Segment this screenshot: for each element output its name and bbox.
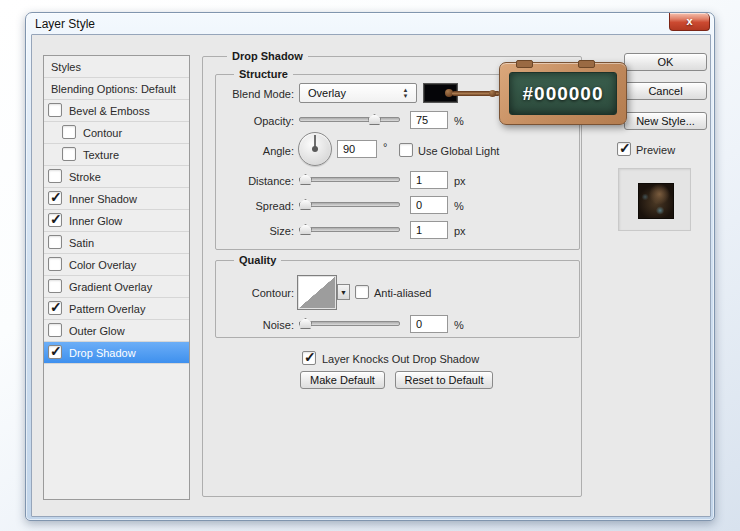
check-icon: ✓	[50, 343, 62, 359]
spread-input[interactable]	[410, 196, 448, 214]
check-icon: ✓	[50, 299, 62, 315]
color-callout-tooltip: #000000	[499, 62, 627, 125]
angle-dial[interactable]	[298, 132, 332, 166]
layer-style-dialog: Layer Style x Styles Blending Options: D…	[25, 12, 715, 521]
sidebar-item-bevel-emboss[interactable]: Bevel & Emboss	[44, 100, 189, 122]
blend-mode-select[interactable]: Overlay ▲▼	[299, 83, 417, 103]
tooltip-board: #000000	[509, 72, 617, 115]
size-unit: px	[454, 225, 466, 237]
structure-legend: Structure	[234, 68, 293, 80]
sidebar-item-gradient-overlay[interactable]: Gradient Overlay	[44, 276, 189, 298]
color-overlay-checkbox[interactable]	[48, 257, 62, 271]
angle-label: Angle:	[215, 145, 294, 157]
stepper-arrows-icon: ▲▼	[401, 87, 410, 99]
check-icon: ✓	[619, 140, 631, 156]
preview-checkbox[interactable]: ✓	[617, 142, 631, 156]
outer-glow-checkbox[interactable]	[48, 323, 62, 337]
sidebar-item-inner-shadow[interactable]: ✓Inner Shadow	[44, 188, 189, 210]
hex-color-value: #000000	[523, 83, 604, 105]
gradient-overlay-checkbox[interactable]	[48, 279, 62, 293]
satin-checkbox[interactable]	[48, 235, 62, 249]
sidebar-item-inner-glow[interactable]: ✓Inner Glow	[44, 210, 189, 232]
contour-picker[interactable]	[297, 275, 337, 310]
anti-aliased-checkbox[interactable]	[355, 285, 369, 299]
distance-input[interactable]	[410, 171, 448, 189]
pattern-overlay-checkbox[interactable]: ✓	[48, 301, 62, 315]
preview-thumbnail-image	[638, 183, 674, 219]
sidebar-item-pattern-overlay[interactable]: ✓Pattern Overlay	[44, 298, 189, 320]
titlebar[interactable]: Layer Style x	[26, 13, 714, 34]
noise-input[interactable]	[410, 315, 448, 333]
layer-knockout-label: Layer Knocks Out Drop Shadow	[322, 353, 479, 365]
make-default-button[interactable]: Make Default	[300, 371, 385, 389]
drop-shadow-checkbox[interactable]: ✓	[48, 345, 62, 359]
preview-label: Preview	[636, 144, 675, 156]
blend-mode-label: Blend Mode:	[215, 88, 294, 100]
check-icon: ✓	[50, 189, 62, 205]
layer-knockout-checkbox[interactable]: ✓	[302, 351, 316, 365]
distance-slider[interactable]	[299, 177, 400, 182]
sidebar-item-contour[interactable]: Contour	[44, 122, 189, 144]
opacity-slider[interactable]	[299, 117, 400, 122]
window-title: Layer Style	[35, 17, 95, 31]
distance-unit: px	[454, 175, 466, 187]
size-slider[interactable]	[299, 227, 400, 232]
angle-input[interactable]	[337, 140, 377, 158]
contour-label: Contour:	[215, 287, 294, 299]
inner-glow-checkbox[interactable]: ✓	[48, 213, 62, 227]
inner-shadow-checkbox[interactable]: ✓	[48, 191, 62, 205]
sidebar-item-texture[interactable]: Texture	[44, 144, 189, 166]
angle-hub	[312, 146, 318, 152]
opacity-label: Opacity:	[215, 115, 294, 127]
sidebar-item-outer-glow[interactable]: Outer Glow	[44, 320, 189, 342]
preview-thumbnail-frame	[618, 168, 691, 231]
spread-label: Spread:	[215, 200, 294, 212]
contour-checkbox[interactable]	[62, 125, 76, 139]
sidebar-item-stroke[interactable]: Stroke	[44, 166, 189, 188]
sidebar-item-blending-options[interactable]: Blending Options: Default	[44, 78, 189, 100]
size-label: Size:	[215, 225, 294, 237]
cancel-button[interactable]: Cancel	[624, 82, 707, 100]
reset-to-default-button[interactable]: Reset to Default	[395, 371, 493, 389]
texture-checkbox[interactable]	[62, 147, 76, 161]
noise-label: Noise:	[215, 319, 294, 331]
angle-unit: °	[383, 141, 387, 153]
stroke-checkbox[interactable]	[48, 169, 62, 183]
tooltip-tab-icon	[516, 60, 533, 68]
sidebar-item-styles[interactable]: Styles	[44, 56, 189, 78]
close-button[interactable]: x	[669, 13, 710, 31]
sidebar-item-drop-shadow[interactable]: ✓Drop Shadow	[44, 342, 189, 364]
noise-unit: %	[454, 319, 464, 331]
opacity-unit: %	[454, 115, 464, 127]
new-style-button[interactable]: New Style...	[624, 112, 707, 130]
quality-legend: Quality	[234, 254, 281, 266]
panel-title: Drop Shadow	[227, 50, 308, 62]
sidebar-item-satin[interactable]: Satin	[44, 232, 189, 254]
check-icon: ✓	[304, 349, 316, 365]
opacity-input[interactable]	[410, 111, 448, 129]
bevel-emboss-checkbox[interactable]	[48, 103, 62, 117]
use-global-light-label: Use Global Light	[418, 145, 499, 157]
connector-dot-icon	[489, 90, 496, 97]
dialog-body: Styles Blending Options: Default Bevel &…	[31, 34, 711, 517]
contour-dropdown-arrow-icon[interactable]: ▼	[337, 284, 350, 300]
size-input[interactable]	[410, 221, 448, 239]
ok-button[interactable]: OK	[624, 53, 707, 71]
check-icon: ✓	[50, 211, 62, 227]
anti-aliased-label: Anti-aliased	[374, 287, 431, 299]
spread-slider[interactable]	[299, 202, 400, 207]
blend-mode-value: Overlay	[308, 87, 346, 99]
use-global-light-checkbox[interactable]	[399, 143, 413, 157]
distance-label: Distance:	[215, 175, 294, 187]
sidebar-item-color-overlay[interactable]: Color Overlay	[44, 254, 189, 276]
styles-list: Styles Blending Options: Default Bevel &…	[43, 55, 190, 500]
tooltip-tab-icon	[578, 60, 595, 68]
spread-unit: %	[454, 200, 464, 212]
noise-slider[interactable]	[299, 321, 400, 326]
